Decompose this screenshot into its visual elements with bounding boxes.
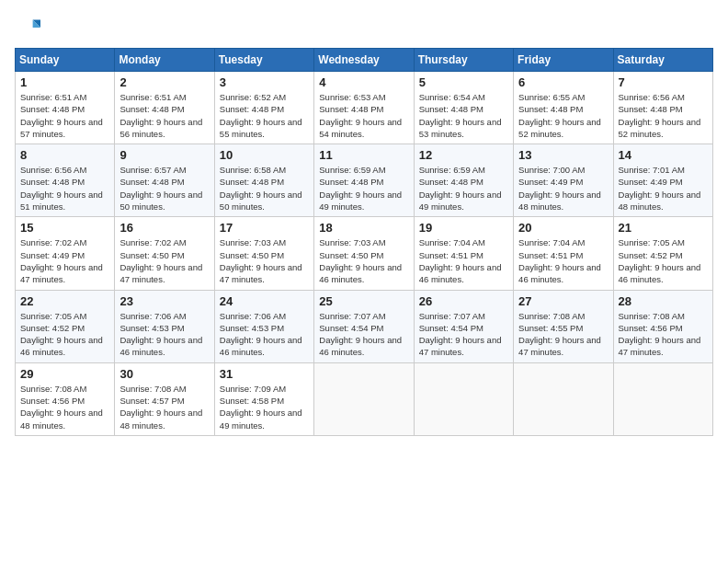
day-info: Sunrise: 7:08 AM Sunset: 4:57 PM Dayligh… [119,383,209,431]
day-number: 12 [419,148,508,162]
day-info: Sunrise: 7:07 AM Sunset: 4:54 PM Dayligh… [319,310,408,359]
day-info: Sunrise: 6:58 AM Sunset: 4:48 PM Dayligh… [220,164,309,213]
day-number: 4 [319,75,408,89]
calendar-cell: 17 Sunrise: 7:03 AM Sunset: 4:50 PM Dayl… [214,217,313,290]
day-info: Sunrise: 7:03 AM Sunset: 4:50 PM Dayligh… [319,236,408,285]
day-info: Sunrise: 7:04 AM Sunset: 4:51 PM Dayligh… [419,236,508,285]
day-number: 22 [20,294,109,308]
day-header: Monday [115,49,214,72]
calendar-cell: 8 Sunrise: 6:56 AM Sunset: 4:48 PM Dayli… [16,144,115,217]
day-number: 21 [619,221,708,235]
day-info: Sunrise: 7:04 AM Sunset: 4:51 PM Dayligh… [518,236,608,285]
calendar-cell [613,362,712,435]
calendar-cell [314,362,414,435]
calendar-cell: 13 Sunrise: 7:00 AM Sunset: 4:49 PM Dayl… [514,144,613,217]
day-info: Sunrise: 7:07 AM Sunset: 4:54 PM Dayligh… [419,310,508,359]
calendar-cell: 15 Sunrise: 7:02 AM Sunset: 4:49 PM Dayl… [16,217,115,290]
day-info: Sunrise: 6:56 AM Sunset: 4:48 PM Dayligh… [619,91,708,140]
calendar-cell: 20 Sunrise: 7:04 AM Sunset: 4:51 PM Dayl… [514,217,613,290]
calendar-cell: 1 Sunrise: 6:51 AM Sunset: 4:48 PM Dayli… [16,72,115,144]
day-info: Sunrise: 7:06 AM Sunset: 4:53 PM Dayligh… [119,310,209,359]
day-header: Saturday [613,49,712,72]
day-number: 14 [619,148,708,162]
day-header: Thursday [414,49,513,72]
day-info: Sunrise: 6:52 AM Sunset: 4:48 PM Dayligh… [220,91,309,140]
day-info: Sunrise: 6:54 AM Sunset: 4:48 PM Dayligh… [419,91,508,140]
day-number: 7 [619,75,708,89]
calendar-cell: 12 Sunrise: 6:59 AM Sunset: 4:48 PM Dayl… [414,144,513,217]
day-number: 16 [119,221,209,235]
day-number: 28 [619,294,708,308]
calendar-cell: 2 Sunrise: 6:51 AM Sunset: 4:48 PM Dayli… [115,72,214,144]
logo-icon [15,15,40,40]
day-info: Sunrise: 7:08 AM Sunset: 4:55 PM Dayligh… [518,310,608,359]
day-info: Sunrise: 6:51 AM Sunset: 4:48 PM Dayligh… [20,91,109,140]
day-number: 30 [119,367,209,381]
day-header: Wednesday [314,49,414,72]
day-info: Sunrise: 7:01 AM Sunset: 4:49 PM Dayligh… [619,164,708,213]
day-info: Sunrise: 6:56 AM Sunset: 4:48 PM Dayligh… [20,164,109,213]
day-info: Sunrise: 6:57 AM Sunset: 4:48 PM Dayligh… [119,164,209,213]
calendar-cell: 21 Sunrise: 7:05 AM Sunset: 4:52 PM Dayl… [613,217,712,290]
day-info: Sunrise: 7:03 AM Sunset: 4:50 PM Dayligh… [220,236,309,285]
calendar-cell: 28 Sunrise: 7:08 AM Sunset: 4:56 PM Dayl… [613,290,712,362]
calendar-cell: 10 Sunrise: 6:58 AM Sunset: 4:48 PM Dayl… [214,144,313,217]
calendar-cell [414,362,513,435]
day-number: 19 [419,221,508,235]
day-info: Sunrise: 7:08 AM Sunset: 4:56 PM Dayligh… [20,383,109,431]
calendar-cell: 5 Sunrise: 6:54 AM Sunset: 4:48 PM Dayli… [414,72,513,144]
day-info: Sunrise: 7:02 AM Sunset: 4:50 PM Dayligh… [119,236,209,285]
day-number: 23 [119,294,209,308]
calendar-cell: 11 Sunrise: 6:59 AM Sunset: 4:48 PM Dayl… [314,144,414,217]
calendar-cell: 24 Sunrise: 7:06 AM Sunset: 4:53 PM Dayl… [214,290,313,362]
day-number: 20 [518,221,608,235]
calendar-cell: 25 Sunrise: 7:07 AM Sunset: 4:54 PM Dayl… [314,290,414,362]
day-info: Sunrise: 6:59 AM Sunset: 4:48 PM Dayligh… [419,164,508,213]
logo [15,15,44,40]
day-info: Sunrise: 6:55 AM Sunset: 4:48 PM Dayligh… [518,91,608,140]
day-number: 11 [319,148,408,162]
day-number: 27 [518,294,608,308]
calendar-cell: 31 Sunrise: 7:09 AM Sunset: 4:58 PM Dayl… [214,362,313,435]
calendar-cell: 22 Sunrise: 7:05 AM Sunset: 4:52 PM Dayl… [16,290,115,362]
day-number: 8 [20,148,109,162]
day-number: 15 [20,221,109,235]
day-number: 18 [319,221,408,235]
calendar-cell: 19 Sunrise: 7:04 AM Sunset: 4:51 PM Dayl… [414,217,513,290]
day-number: 17 [220,221,309,235]
day-info: Sunrise: 6:51 AM Sunset: 4:48 PM Dayligh… [119,91,209,140]
day-info: Sunrise: 7:00 AM Sunset: 4:49 PM Dayligh… [518,164,608,213]
day-header: Friday [514,49,613,72]
day-info: Sunrise: 6:53 AM Sunset: 4:48 PM Dayligh… [319,91,408,140]
day-number: 1 [20,75,109,89]
day-info: Sunrise: 6:59 AM Sunset: 4:48 PM Dayligh… [319,164,408,213]
day-info: Sunrise: 7:09 AM Sunset: 4:58 PM Dayligh… [220,383,309,431]
calendar-cell: 16 Sunrise: 7:02 AM Sunset: 4:50 PM Dayl… [115,217,214,290]
day-number: 25 [319,294,408,308]
calendar-cell: 26 Sunrise: 7:07 AM Sunset: 4:54 PM Dayl… [414,290,513,362]
calendar-cell: 23 Sunrise: 7:06 AM Sunset: 4:53 PM Dayl… [115,290,214,362]
calendar-cell: 6 Sunrise: 6:55 AM Sunset: 4:48 PM Dayli… [514,72,613,144]
calendar-cell: 14 Sunrise: 7:01 AM Sunset: 4:49 PM Dayl… [613,144,712,217]
calendar-cell: 29 Sunrise: 7:08 AM Sunset: 4:56 PM Dayl… [16,362,115,435]
day-number: 2 [119,75,209,89]
day-info: Sunrise: 7:05 AM Sunset: 4:52 PM Dayligh… [619,236,708,285]
day-info: Sunrise: 7:06 AM Sunset: 4:53 PM Dayligh… [220,310,309,359]
day-number: 29 [20,367,109,381]
calendar-cell: 3 Sunrise: 6:52 AM Sunset: 4:48 PM Dayli… [214,72,313,144]
day-number: 5 [419,75,508,89]
calendar-cell: 30 Sunrise: 7:08 AM Sunset: 4:57 PM Dayl… [115,362,214,435]
calendar-cell: 27 Sunrise: 7:08 AM Sunset: 4:55 PM Dayl… [514,290,613,362]
day-header: Tuesday [214,49,313,72]
day-number: 9 [119,148,209,162]
day-info: Sunrise: 7:02 AM Sunset: 4:49 PM Dayligh… [20,236,109,285]
day-number: 3 [220,75,309,89]
day-number: 10 [220,148,309,162]
calendar-cell: 18 Sunrise: 7:03 AM Sunset: 4:50 PM Dayl… [314,217,414,290]
calendar-cell: 7 Sunrise: 6:56 AM Sunset: 4:48 PM Dayli… [613,72,712,144]
day-number: 31 [220,367,309,381]
day-info: Sunrise: 7:05 AM Sunset: 4:52 PM Dayligh… [20,310,109,359]
day-number: 6 [518,75,608,89]
day-number: 13 [518,148,608,162]
day-header: Sunday [16,49,115,72]
